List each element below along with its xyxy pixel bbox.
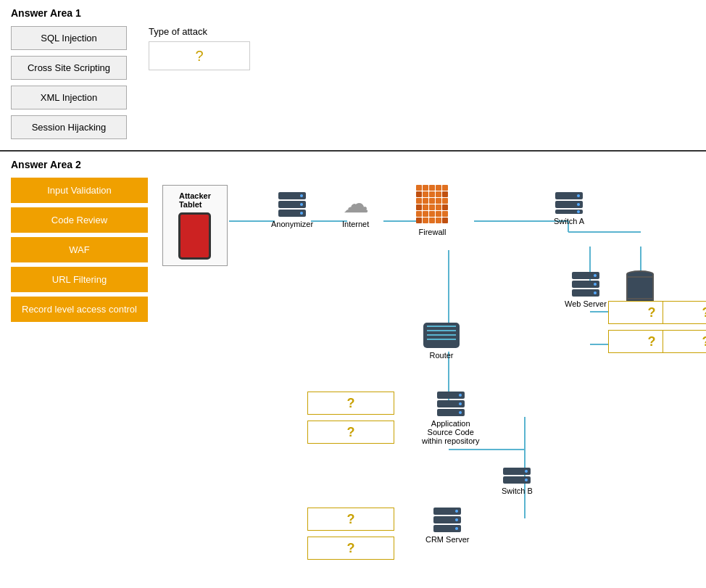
diagram-svg (162, 178, 684, 569)
tablet-icon (178, 212, 211, 260)
switch-a-node: Switch A (554, 192, 584, 225)
qm-icon-7: ? (702, 305, 706, 320)
drop-box-1[interactable]: ? (307, 392, 394, 415)
drop-box-8[interactable]: ? (663, 330, 706, 353)
switch-a-icon (555, 192, 583, 214)
anonymizer-node: Anonymizer (271, 192, 313, 228)
drag-item-url-filtering[interactable]: URL Filtering (11, 267, 148, 292)
drop-box-4[interactable]: ? (307, 537, 394, 560)
switch-b-label: Switch B (502, 486, 533, 495)
anonymizer-icon (278, 192, 306, 217)
router-node: Router (423, 323, 460, 360)
network-diagram: AttackerTablet Anonymizer ☁ Internet (162, 178, 684, 569)
qm-icon-4: ? (346, 541, 354, 556)
drop-box-attack-type[interactable]: ? (149, 41, 250, 70)
crm-server-label: CRM Server (425, 535, 470, 544)
attacker-label: AttackerTablet (179, 191, 211, 209)
drag-item-sql[interactable]: SQL Injection (11, 26, 127, 50)
drag-items-area2: Input Validation Code Review WAF URL Fil… (11, 178, 148, 322)
qm-icon-3: ? (346, 512, 354, 527)
qm-icon-5: ? (647, 305, 655, 320)
cloud-icon: ☁ (343, 191, 369, 217)
router-icon (423, 323, 460, 348)
drag-item-code-review[interactable]: Code Review (11, 207, 148, 233)
drop-box-2[interactable]: ? (307, 421, 394, 444)
firewall-label: Firewall (419, 228, 447, 236)
firewall-node: Firewall (416, 185, 449, 236)
drag-item-input-validation[interactable]: Input Validation (11, 178, 148, 203)
web-server-icon (572, 272, 599, 297)
question-mark-icon: ? (195, 48, 203, 65)
internet-label: Internet (342, 220, 369, 228)
attacker-node: AttackerTablet (162, 185, 228, 266)
crm-server-icon (433, 508, 461, 532)
internet-node: ☁ Internet (342, 191, 369, 228)
crm-server-node: CRM Server (425, 508, 470, 544)
type-of-attack-section: Type of attack ? (149, 26, 250, 70)
drag-item-xml[interactable]: XML Injection (11, 86, 127, 109)
drop-box-3[interactable]: ? (307, 508, 394, 531)
area2-title: Answer Area 2 (11, 159, 695, 170)
drop-box-7[interactable]: ? (663, 301, 706, 324)
switch-a-label: Switch A (554, 217, 584, 225)
area1-title: Answer Area 1 (11, 7, 695, 19)
drag-item-xss[interactable]: Cross Site Scripting (11, 56, 127, 80)
database-icon (626, 270, 654, 305)
type-of-attack-label: Type of attack (149, 26, 250, 37)
qm-icon-6: ? (647, 334, 655, 349)
qm-icon-2: ? (346, 425, 354, 440)
firewall-icon (416, 185, 449, 225)
drag-items-area1: SQL Injection Cross Site Scripting XML I… (11, 26, 127, 139)
switch-b-icon (503, 468, 531, 484)
app-source-node: ApplicationSource Codewithin repository (422, 392, 479, 445)
answer-area-1: Answer Area 1 SQL Injection Cross Site S… (0, 0, 706, 152)
drag-item-waf[interactable]: WAF (11, 237, 148, 262)
router-label: Router (429, 351, 453, 360)
app-source-icon (437, 392, 465, 416)
qm-icon-1: ? (346, 396, 354, 411)
web-server-label: Web Server (565, 299, 607, 308)
web-server-node: Web Server (565, 272, 607, 308)
answer-area-2: Answer Area 2 Input Validation Code Revi… (0, 152, 706, 576)
app-source-label: ApplicationSource Codewithin repository (422, 419, 479, 445)
qm-icon-8: ? (702, 334, 706, 349)
switch-b-node: Switch B (502, 468, 533, 495)
anonymizer-label: Anonymizer (271, 220, 313, 228)
drag-item-record-access[interactable]: Record level access control (11, 297, 148, 322)
drag-item-session[interactable]: Session Hijacking (11, 115, 127, 139)
